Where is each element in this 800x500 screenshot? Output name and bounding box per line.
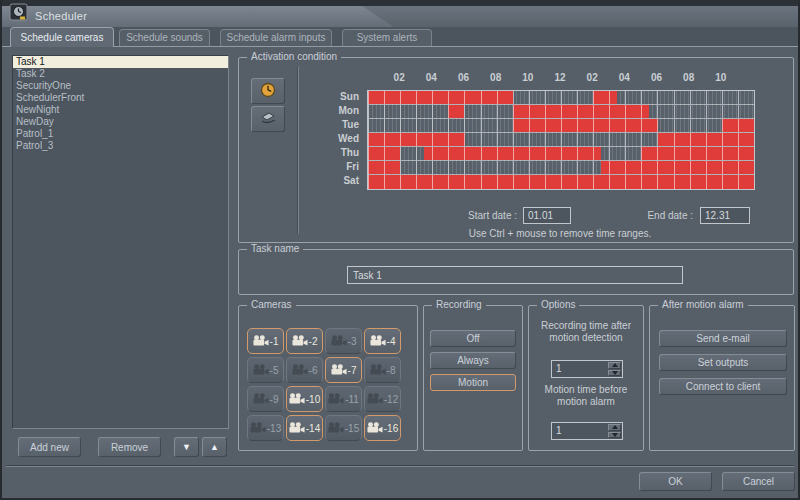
tab-schedule-cameras[interactable]: Schedule cameras (10, 27, 114, 47)
task-list-item[interactable]: NewNight (13, 104, 228, 116)
camera-button-15[interactable]: -15 (325, 415, 362, 441)
set-outputs-button[interactable]: Set outputs (659, 354, 787, 371)
active-time-range[interactable] (513, 119, 658, 132)
erase-tool-button[interactable] (251, 106, 285, 132)
add-new-button[interactable]: Add new (18, 437, 81, 457)
camera-button-1[interactable]: -1 (247, 328, 284, 354)
camera-number: -15 (345, 423, 359, 434)
camera-button-5[interactable]: -5 (247, 357, 284, 383)
recording-motion-button[interactable]: Motion (430, 374, 516, 391)
schedule-row-tue[interactable] (368, 119, 754, 133)
camera-icon (289, 422, 305, 435)
recording-always-button[interactable]: Always (430, 352, 516, 369)
schedule-row-wed[interactable] (368, 133, 754, 147)
camera-number: -5 (270, 365, 279, 376)
camera-button-8[interactable]: -8 (364, 357, 401, 383)
tab-system-alerts[interactable]: System alerts (342, 29, 432, 46)
camera-button-12[interactable]: -12 (364, 386, 401, 412)
camera-number: -1 (270, 336, 279, 347)
spin-up-button[interactable] (608, 424, 621, 431)
camera-number: -10 (306, 394, 320, 405)
active-time-range[interactable] (513, 105, 650, 118)
ok-button[interactable]: OK (639, 472, 712, 491)
schedule-grid[interactable] (367, 90, 755, 190)
task-list-item[interactable]: Task 1 (13, 56, 228, 68)
clock-icon (259, 81, 277, 101)
task-name-title: Task name (247, 243, 303, 254)
schedule-row-sat[interactable] (368, 175, 754, 189)
spin-down-button[interactable] (608, 432, 621, 439)
move-down-button[interactable]: ▼ (174, 437, 199, 457)
active-time-range[interactable] (424, 147, 601, 160)
move-up-button[interactable]: ▲ (202, 437, 227, 457)
task-list-item[interactable]: Task 2 (13, 68, 228, 80)
motion-time-label: Motion time before motion alarm (533, 384, 639, 408)
task-name-group: Task name (238, 249, 794, 295)
schedule-row-sun[interactable] (368, 91, 754, 105)
camera-button-16[interactable]: -16 (364, 415, 401, 441)
send-e-mail-button[interactable]: Send e-mail (659, 330, 787, 347)
active-time-range[interactable] (448, 105, 464, 118)
camera-button-13[interactable]: -13 (247, 415, 284, 441)
task-name-input[interactable] (347, 266, 683, 284)
after-motion-alarm-title: After motion alarm (658, 299, 748, 310)
camera-button-9[interactable]: -9 (247, 386, 284, 412)
active-time-range[interactable] (368, 161, 400, 174)
tab-schedule-sounds[interactable]: Schedule sounds (119, 29, 210, 46)
task-list-item[interactable]: Patrol_1 (13, 128, 228, 140)
tab-schedule-alarm-inputs[interactable]: Schedule alarm inputs (220, 29, 332, 46)
camera-number: -13 (267, 423, 281, 434)
camera-button-6[interactable]: -6 (286, 357, 323, 383)
spin-up-button[interactable] (608, 362, 621, 369)
start-date-field[interactable] (523, 207, 571, 224)
camera-icon (289, 393, 305, 406)
day-label: Mon (301, 104, 359, 118)
task-list[interactable]: Task 1Task 2SecurityOneSchedulerFrontNew… (12, 55, 229, 429)
remove-button[interactable]: Remove (98, 437, 161, 457)
active-time-range[interactable] (368, 175, 754, 189)
active-time-range[interactable] (601, 161, 754, 174)
schedule-row-thu[interactable] (368, 147, 754, 161)
hour-tick-label: 12 (549, 72, 571, 83)
camera-button-10[interactable]: -10 (286, 386, 323, 412)
hour-tick-label: 02 (581, 72, 603, 83)
camera-button-3[interactable]: -3 (325, 328, 362, 354)
connect-to-client-button[interactable]: Connect to client (659, 378, 787, 395)
camera-icon (328, 422, 344, 435)
active-time-range[interactable] (658, 133, 755, 146)
active-time-range[interactable] (368, 91, 513, 104)
camera-number: -2 (309, 336, 318, 347)
spin-up-icon (612, 363, 618, 367)
motion-time-spinner[interactable]: 1 (551, 422, 623, 440)
time-range-tool-button[interactable] (251, 78, 285, 104)
camera-button-14[interactable]: -14 (286, 415, 323, 441)
spin-down-button[interactable] (608, 370, 621, 377)
recording-time-spinner[interactable]: 1 (551, 360, 623, 378)
camera-button-2[interactable]: -2 (286, 328, 323, 354)
camera-button-11[interactable]: -11 (325, 386, 362, 412)
camera-button-4[interactable]: -4 (364, 328, 401, 354)
arrow-up-icon: ▲ (210, 443, 219, 452)
schedule-row-fri[interactable] (368, 161, 754, 175)
active-time-range[interactable] (368, 133, 465, 146)
active-time-range[interactable] (368, 147, 400, 160)
camera-icon (253, 393, 269, 406)
motion-time-value: 1 (552, 423, 607, 439)
spin-down-icon (612, 433, 618, 437)
active-time-range[interactable] (641, 147, 754, 160)
task-list-item[interactable]: Patrol_3 (13, 140, 228, 152)
schedule-row-mon[interactable] (368, 105, 754, 119)
end-date-field[interactable] (700, 207, 750, 224)
active-time-range[interactable] (593, 91, 617, 104)
cancel-button[interactable]: Cancel (722, 472, 795, 491)
task-list-item[interactable]: SecurityOne (13, 80, 228, 92)
recording-off-button[interactable]: Off (430, 330, 516, 347)
task-list-item[interactable]: NewDay (13, 116, 228, 128)
task-list-item[interactable]: SchedulerFront (13, 92, 228, 104)
camera-icon (367, 422, 383, 435)
camera-number: -6 (309, 365, 318, 376)
camera-number: -9 (270, 394, 279, 405)
active-time-range[interactable] (722, 119, 754, 132)
camera-button-7[interactable]: -7 (325, 357, 362, 383)
end-date-label: End date : (625, 210, 693, 221)
